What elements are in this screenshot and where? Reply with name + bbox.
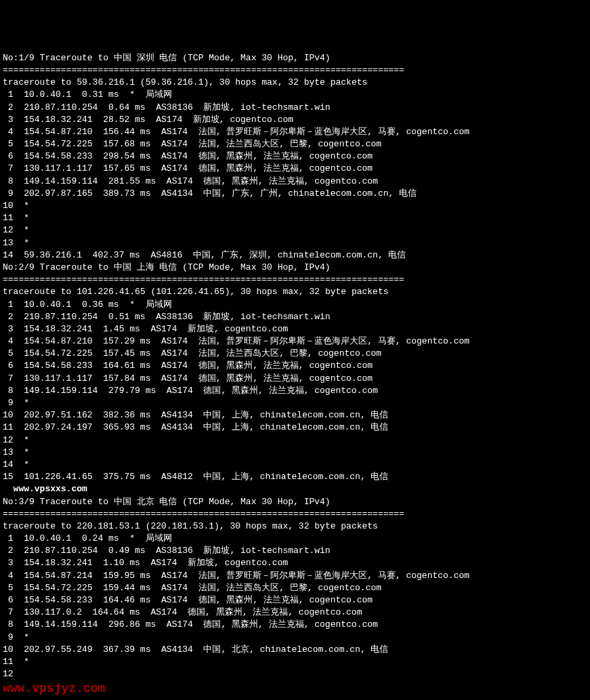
terminal-line: No:1/9 Traceroute to 中国 深圳 电信 (TCP Mode,…	[3, 52, 587, 64]
terminal-line: ========================================…	[3, 64, 587, 77]
terminal-line: 7 130.117.0.2 164.64 ms AS174 德国, 黑森州, 法…	[3, 606, 587, 619]
terminal-line: 1 10.0.40.1 0.36 ms * 局域网	[3, 299, 587, 311]
terminal-line: traceroute to 220.181.53.1 (220.181.53.1…	[3, 520, 587, 533]
terminal-line: 11 202.97.24.197 365.93 ms AS4134 中国, 上海…	[3, 421, 587, 434]
terminal-line: ========================================…	[3, 508, 587, 520]
terminal-line: 2 210.87.110.254 0.51 ms AS38136 新加坡, io…	[3, 311, 587, 323]
terminal-line: 4 154.54.87.210 156.44 ms AS174 法国, 普罗旺斯…	[3, 126, 587, 138]
terminal-line: 14 59.36.216.1 402.37 ms AS4816 中国, 广东, …	[3, 249, 587, 262]
terminal-line: 14 *	[3, 459, 587, 471]
terminal-output: No:1/9 Traceroute to 中国 深圳 电信 (TCP Mode,…	[3, 52, 587, 698]
terminal-line: 7 130.117.1.117 157.84 ms AS174 德国, 黑森州,…	[3, 373, 587, 385]
terminal-line: 2 210.87.110.254 0.49 ms AS38136 新加坡, io…	[3, 545, 587, 557]
terminal-line: 8 149.14.159.114 281.55 ms AS174 德国, 黑森州…	[3, 176, 587, 188]
terminal-line: 10 202.97.51.162 382.36 ms AS4134 中国, 上海…	[3, 409, 587, 421]
terminal-line: 15 101.226.41.65 375.75 ms AS4812 中国, 上海…	[3, 471, 587, 483]
terminal-line: 9 *	[3, 397, 587, 409]
terminal-line: 3 154.18.32.241 28.52 ms AS174 新加坡, coge…	[3, 114, 587, 126]
terminal-line: 12 *	[3, 434, 587, 447]
terminal-line: 4 154.54.87.214 159.95 ms AS174 法国, 普罗旺斯…	[3, 570, 587, 582]
terminal-line: 6 154.54.58.233 164.61 ms AS174 德国, 黑森州,…	[3, 360, 587, 372]
terminal-line: 5 154.54.72.225 157.68 ms AS174 法国, 法兰西岛…	[3, 138, 587, 150]
watermark-text-bottom: www.vpsjyz.com	[3, 680, 587, 697]
terminal-line: 1 10.0.40.1 0.24 ms * 局域网	[3, 533, 587, 545]
terminal-line: 3 154.18.32.241 1.45 ms AS174 新加坡, cogen…	[3, 323, 587, 335]
terminal-line: 5 154.54.72.225 157.45 ms AS174 法国, 法兰西岛…	[3, 348, 587, 360]
terminal-line: 10 *	[3, 200, 587, 212]
terminal-line: 8 149.14.159.114 279.79 ms AS174 德国, 黑森州…	[3, 385, 587, 397]
terminal-line: 10 202.97.55.249 367.39 ms AS4134 中国, 北京…	[3, 644, 587, 656]
terminal-line: 13 *	[3, 237, 587, 249]
terminal-line: 9 *	[3, 632, 587, 644]
terminal-line: No:3/9 Traceroute to 中国 北京 电信 (TCP Mode,…	[3, 496, 587, 508]
terminal-line: 8 149.14.159.114 296.86 ms AS174 德国, 黑森州…	[3, 619, 587, 631]
terminal-line: No:2/9 Traceroute to 中国 上海 电信 (TCP Mode,…	[3, 262, 587, 274]
terminal-line: traceroute to 101.226.41.65 (101.226.41.…	[3, 286, 587, 298]
terminal-line: ========================================…	[3, 274, 587, 286]
terminal-line: 12	[3, 668, 587, 680]
terminal-line: 11 *	[3, 656, 587, 668]
terminal-line: 7 130.117.1.117 157.65 ms AS174 德国, 黑森州,…	[3, 163, 587, 175]
terminal-line: 4 154.54.87.210 157.29 ms AS174 法国, 普罗旺斯…	[3, 335, 587, 348]
terminal-line: 5 154.54.72.225 159.44 ms AS174 法国, 法兰西岛…	[3, 582, 587, 594]
terminal-line: 1 10.0.40.1 0.31 ms * 局域网	[3, 89, 587, 101]
watermark-text: www.vpsxxs.com	[3, 483, 587, 495]
terminal-line: 3 154.18.32.241 1.10 ms AS174 新加坡, cogen…	[3, 557, 587, 569]
terminal-line: 2 210.87.110.254 0.64 ms AS38136 新加坡, io…	[3, 102, 587, 114]
terminal-line: 12 *	[3, 224, 587, 236]
terminal-line: 9 202.97.87.165 389.73 ms AS4134 中国, 广东,…	[3, 188, 587, 200]
terminal-line: 6 154.54.58.233 164.46 ms AS174 德国, 黑森州,…	[3, 594, 587, 606]
terminal-line: traceroute to 59.36.216.1 (59.36.216.1),…	[3, 77, 587, 89]
terminal-line: 11 *	[3, 212, 587, 224]
terminal-line: 13 *	[3, 447, 587, 459]
terminal-line: 6 154.54.58.233 298.54 ms AS174 德国, 黑森州,…	[3, 150, 587, 163]
